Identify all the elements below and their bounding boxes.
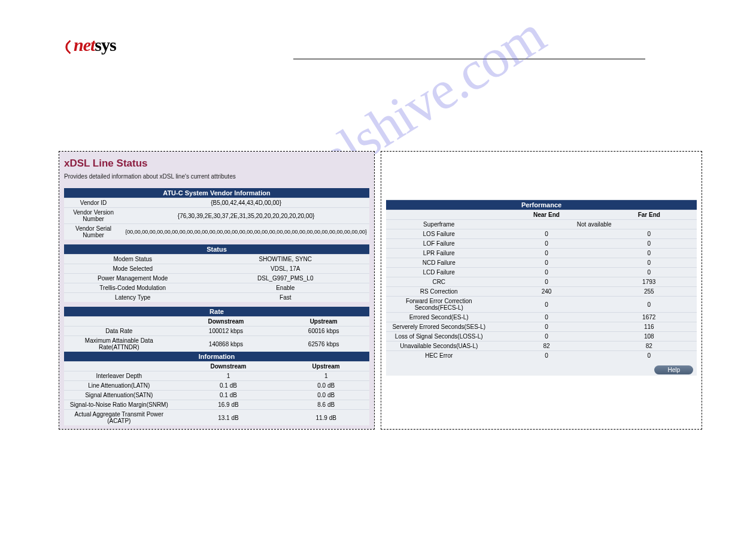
rate-section-header: Rate — [64, 307, 369, 317]
row-value: {76,30,39,2E,30,37,2E,31,35,20,20,20,20,… — [123, 208, 369, 224]
table-header-row: DownstreamUpstream — [64, 362, 369, 371]
info-section-header: Information — [64, 352, 369, 362]
table-row: Interleaver Depth11 — [64, 371, 369, 381]
row-value: 13.1 dB — [174, 410, 283, 426]
row-value: SHOWTIME, SYNC — [202, 255, 370, 264]
logo-part1: net — [65, 35, 95, 55]
table-header-row: Near EndFar End — [386, 210, 697, 220]
table-row: Unavailable Seconds(UAS-L)8282 — [386, 341, 697, 351]
help-bar: Help — [386, 360, 697, 376]
table-row: Data Rate100012 kbps60016 kbps — [64, 327, 369, 336]
table-row: LPR Failure00 — [386, 249, 697, 258]
row-label: LOF Failure — [386, 239, 491, 249]
table-row: Vendor Version Number{76,30,39,2E,30,37,… — [64, 208, 369, 224]
row-value: 82 — [491, 341, 601, 351]
row-value: 0 — [491, 239, 601, 249]
row-value: 0.0 dB — [283, 381, 369, 391]
row-value: 240 — [491, 287, 601, 297]
table-row: Latency TypeFast — [64, 293, 369, 303]
row-value: 0 — [491, 268, 601, 277]
row-label: Data Rate — [64, 327, 174, 336]
row-value: 0.0 dB — [283, 391, 369, 400]
row-value: 62576 kbps — [278, 336, 369, 352]
table-row: Signal-to-Noise Ratio Margin(SNRM)16.9 d… — [64, 400, 369, 410]
table-row: Maximum Attainable Data Rate(ATTNDR)1408… — [64, 336, 369, 352]
row-label: Unavailable Seconds(UAS-L) — [386, 341, 491, 351]
table-row: RS Correction240255 — [386, 287, 697, 297]
row-value: 140868 kbps — [174, 336, 278, 352]
row-value: 0 — [601, 258, 697, 268]
vendor-section-header: ATU-C System Vendor Information — [64, 188, 369, 198]
table-row: Power Management ModeDSL_G997_PMS_L0 — [64, 274, 369, 283]
row-label: CRC — [386, 277, 491, 287]
header-divider — [293, 59, 645, 59]
table-row: CRC01793 — [386, 277, 697, 287]
status-section-header: Status — [64, 244, 369, 255]
row-value: 0.1 dB — [174, 391, 283, 400]
row-value: 11.9 dB — [283, 410, 369, 426]
row-value: 255 — [601, 287, 697, 297]
col-header-near: Near End — [491, 210, 601, 220]
vendor-table: ATU-C System Vendor Information Vendor I… — [64, 188, 369, 240]
table-row: Errored Second(ES-L)01672 — [386, 313, 697, 322]
col-header-far: Far End — [601, 210, 697, 220]
table-row: HEC Error00 — [386, 351, 697, 361]
performance-table: Performance Near EndFar End SuperframeNo… — [386, 200, 697, 360]
row-value: 1793 — [601, 277, 697, 287]
help-button[interactable]: Help — [654, 365, 693, 374]
perf-section-header: Performance — [386, 200, 697, 210]
row-label: LPR Failure — [386, 249, 491, 258]
row-value: 0 — [601, 229, 697, 239]
row-value: 1 — [174, 371, 283, 381]
row-value: 8.6 dB — [283, 400, 369, 410]
panel-title: xDSL Line Status — [64, 158, 369, 170]
row-value: 0 — [601, 239, 697, 249]
table-row: Line Attenuation(LATN)0.1 dB0.0 dB — [64, 381, 369, 391]
row-label: Mode Selected — [64, 264, 202, 274]
table-row: Vendor Serial Number{00,00,00,00,00,00,0… — [64, 224, 369, 240]
row-value: 0.1 dB — [174, 381, 283, 391]
table-row: Vendor ID{B5,00,42,44,43,4D,00,00} — [64, 198, 369, 208]
row-value: 0 — [601, 297, 697, 313]
row-value: 1 — [283, 371, 369, 381]
row-label: Signal-to-Noise Ratio Margin(SNRM) — [64, 400, 174, 410]
table-row: Actual Aggregate Transmit Power (ACATP)1… — [64, 410, 369, 426]
table-header-row: DownstreamUpstream — [64, 317, 369, 327]
row-value: 108 — [601, 332, 697, 341]
row-value: 0 — [601, 351, 697, 361]
row-value: 82 — [601, 341, 697, 351]
row-value: 1672 — [601, 313, 697, 322]
performance-panel: Performance Near EndFar End SuperframeNo… — [381, 151, 702, 430]
row-value: 0 — [491, 332, 601, 341]
row-value: 0 — [491, 313, 601, 322]
row-value: 0 — [601, 268, 697, 277]
rate-table: Rate DownstreamUpstream Data Rate100012 … — [64, 307, 369, 352]
row-label: Maximum Attainable Data Rate(ATTNDR) — [64, 336, 174, 352]
row-label: Modem Status — [64, 255, 202, 264]
table-row: Serverely Errored Seconds(SES-L)0116 — [386, 322, 697, 332]
table-row: Mode SelectedVDSL, 17A — [64, 264, 369, 274]
col-header-down: Downstream — [174, 317, 278, 327]
row-label: Vendor Version Number — [64, 208, 123, 224]
brand-logo: netsys — [65, 35, 116, 55]
row-label: Signal Attenuation(SATN) — [64, 391, 174, 400]
col-header-up: Upstream — [278, 317, 369, 327]
row-value: 0 — [491, 249, 601, 258]
row-label: RS Correction — [386, 287, 491, 297]
col-header-down: Downstream — [174, 362, 283, 371]
logo-part2: sys — [95, 35, 116, 55]
row-label: Line Attenuation(LATN) — [64, 381, 174, 391]
status-table: Status Modem StatusSHOWTIME, SYNC Mode S… — [64, 244, 369, 302]
table-row: Signal Attenuation(SATN)0.1 dB0.0 dB — [64, 391, 369, 400]
table-row: NCD Failure00 — [386, 258, 697, 268]
row-label: Vendor Serial Number — [64, 224, 123, 240]
row-value: 0 — [491, 258, 601, 268]
row-label: Superframe — [386, 220, 491, 229]
row-value: 0 — [601, 249, 697, 258]
row-value: {00,00,00,00,00,00,00,00,00,00,00,00,00,… — [123, 224, 369, 240]
row-label: Latency Type — [64, 293, 202, 303]
row-label: Serverely Errored Seconds(SES-L) — [386, 322, 491, 332]
panel-subtitle: Provides detailed information about xDSL… — [64, 173, 369, 180]
row-label: Power Management Mode — [64, 274, 202, 283]
row-label: Forward Error Correction Seconds(FECS-L) — [386, 297, 491, 313]
